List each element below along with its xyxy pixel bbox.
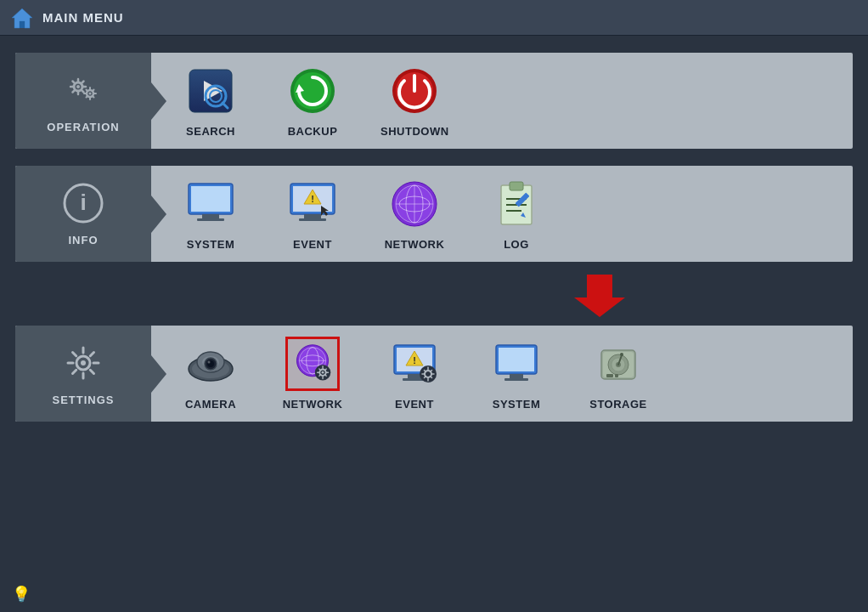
svg-marker-44 [574, 275, 625, 317]
backup-menu-item[interactable]: BACKUP [279, 64, 347, 138]
main-content: OPERATION [0, 36, 868, 439]
settings-storage-icon-wrap [591, 337, 645, 391]
network-settings-icon [291, 341, 334, 387]
info-log-icon-wrap [489, 177, 544, 231]
svg-rect-20 [191, 186, 230, 212]
svg-rect-82 [606, 374, 613, 377]
shutdown-menu-item[interactable]: SHUTDOWN [380, 64, 449, 138]
shutdown-icon-wrap [387, 64, 442, 118]
info-network-icon-wrap [387, 177, 442, 231]
svg-rect-74 [504, 378, 528, 381]
svg-point-62 [322, 371, 324, 374]
search-icon-wrap [183, 64, 238, 118]
operation-label: OPERATION [47, 121, 119, 133]
info-network-icon [387, 177, 442, 231]
settings-network-icon-wrap [285, 337, 340, 391]
settings-event-label: EVENT [395, 398, 434, 411]
settings-label: SETTINGS [52, 394, 114, 406]
info-network-item[interactable]: NETWORK [380, 177, 448, 251]
main-header: MAIN MENU [0, 0, 868, 36]
shutdown-label: SHUTDOWN [380, 125, 449, 138]
settings-storage-item[interactable]: STORAGE [584, 337, 652, 411]
settings-camera-icon-wrap [183, 337, 238, 391]
settings-network-label: NETWORK [283, 398, 343, 411]
info-category[interactable]: i INFO [15, 166, 151, 262]
svg-text:i: i [80, 190, 86, 215]
info-log-item[interactable]: LOG [482, 177, 550, 251]
operation-category[interactable]: OPERATION [15, 53, 151, 149]
settings-system-icon-wrap [489, 337, 544, 391]
svg-rect-22 [197, 218, 224, 221]
bulb-icon: 💡 [12, 586, 31, 603]
svg-rect-83 [615, 374, 618, 377]
operation-section: OPERATION [15, 53, 853, 149]
backup-icon [287, 65, 338, 116]
storage-icon [591, 337, 645, 391]
svg-point-5 [89, 93, 92, 95]
settings-system-item[interactable]: SYSTEM [482, 337, 550, 411]
info-system-label: SYSTEM [187, 238, 234, 251]
down-arrow-icon [574, 270, 625, 317]
backup-label: BACKUP [288, 125, 338, 138]
camera-icon [183, 337, 238, 391]
search-menu-item[interactable]: SEARCH [177, 64, 245, 138]
info-items: SYSTEM ! [151, 166, 853, 262]
info-section: i INFO SYSTEM [15, 166, 853, 262]
footer: 💡 [12, 585, 31, 604]
svg-rect-27 [304, 214, 321, 218]
settings-system-label: SYSTEM [493, 398, 540, 411]
svg-rect-21 [202, 214, 219, 218]
info-event-label: EVENT [293, 238, 332, 251]
info-event-icon: ! [285, 177, 340, 231]
settings-event-item[interactable]: ! EVENT [380, 337, 448, 411]
search-label: SEARCH [186, 125, 235, 138]
arrow-indicator [347, 270, 853, 317]
gears-icon [61, 68, 105, 112]
info-label: INFO [68, 234, 98, 246]
settings-storage-label: STORAGE [589, 398, 647, 411]
backup-icon-wrap [285, 64, 340, 118]
info-event-icon-wrap: ! [285, 177, 340, 231]
settings-icon [61, 341, 105, 385]
settings-camera-label: CAMERA [185, 398, 236, 411]
svg-point-3 [76, 85, 80, 88]
info-system-icon [183, 177, 238, 231]
settings-section: SETTINGS [15, 326, 853, 422]
svg-point-53 [208, 361, 211, 364]
shutdown-icon [389, 65, 440, 116]
svg-rect-38 [510, 182, 523, 190]
svg-rect-73 [510, 374, 523, 378]
search-icon [185, 65, 236, 116]
info-system-item[interactable]: SYSTEM [177, 177, 245, 251]
settings-category[interactable]: SETTINGS [15, 326, 151, 422]
operation-items: SEARCH BACKUP [151, 53, 853, 149]
svg-point-46 [81, 360, 86, 366]
svg-rect-67 [408, 374, 421, 378]
info-network-label: NETWORK [385, 238, 445, 251]
info-system-icon-wrap [183, 177, 238, 231]
home-icon [10, 6, 34, 30]
header-title: MAIN MENU [42, 10, 124, 25]
event-settings-icon: ! [387, 337, 442, 391]
settings-event-icon-wrap: ! [387, 337, 442, 391]
svg-text:!: ! [413, 355, 416, 366]
svg-rect-72 [499, 348, 534, 371]
info-icon: i [61, 181, 105, 225]
svg-rect-28 [299, 218, 326, 221]
info-log-label: LOG [504, 238, 529, 251]
info-event-item[interactable]: ! EVENT [279, 177, 347, 251]
settings-items: CAMERA [151, 326, 853, 422]
system-settings-icon [489, 337, 544, 391]
settings-camera-item[interactable]: CAMERA [177, 337, 245, 411]
svg-text:!: ! [311, 194, 314, 204]
svg-rect-1 [20, 21, 25, 28]
svg-point-81 [620, 353, 623, 356]
settings-network-item[interactable]: NETWORK [279, 337, 347, 411]
info-log-icon [489, 177, 544, 231]
